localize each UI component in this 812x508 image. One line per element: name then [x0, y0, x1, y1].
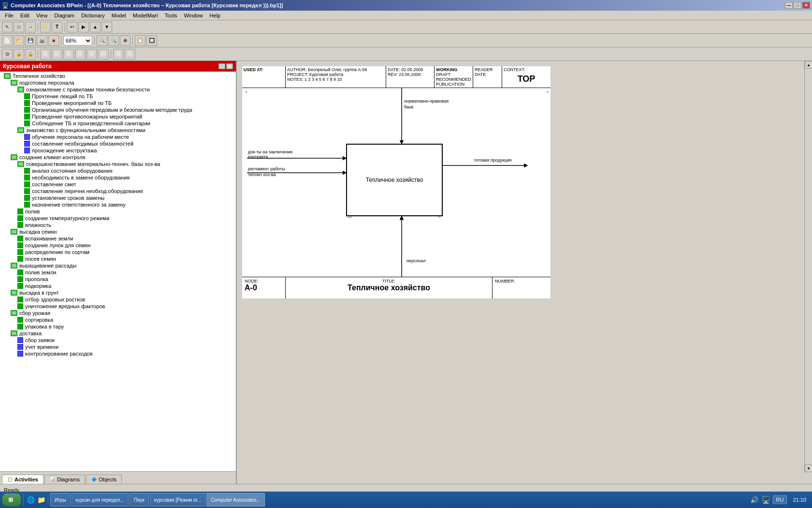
taskbar-btn-ca[interactable]: Computer Associates... [206, 493, 265, 507]
tool-box8[interactable]: ⬜ [125, 49, 135, 60]
tree-item-35[interactable]: уничтожение вредных факторов [1, 303, 235, 310]
tool-zoom-out[interactable]: 🔍 [108, 35, 119, 46]
tool-fit[interactable]: ⊕ [120, 35, 130, 46]
tree-item-38[interactable]: упаковка в тару [1, 323, 235, 330]
tree-item-10[interactable]: обучение персонала на рабочем месте [1, 134, 235, 140]
tool-copy[interactable]: 📋 [135, 35, 145, 46]
tree-item-5[interactable]: Проведение мероприятий по ТБ [1, 100, 235, 106]
tree-item-41[interactable]: учет времени [1, 344, 235, 350]
tool-down[interactable]: ▼ [102, 22, 112, 32]
tree-item-29[interactable]: выращивание рассады [1, 262, 235, 269]
tool-rect[interactable]: □ [14, 22, 24, 32]
tree-item-23[interactable]: влажность [1, 222, 235, 228]
tree-item-13[interactable]: создание климат-контроля [1, 154, 235, 161]
tool-new[interactable]: 📄 [2, 35, 13, 46]
tree-item-28[interactable]: посев семян [1, 255, 235, 262]
menu-edit[interactable]: Edit [17, 12, 32, 19]
tool-save[interactable]: 💾 [25, 35, 36, 46]
tree-item-31[interactable]: прополка [1, 276, 235, 283]
taskbar-btn-igry[interactable]: Игры [50, 493, 71, 507]
tool-lightning[interactable]: ⚡ [40, 22, 51, 32]
taskbar-btn-pauk[interactable]: Паук [130, 493, 149, 507]
tree-item-3[interactable]: ознакомление с правилами техники безопас… [1, 86, 235, 93]
tree-item-33[interactable]: высадка в грунт [1, 289, 235, 296]
tool-box6[interactable]: ⬜ [98, 49, 109, 60]
tree-item-24[interactable]: высадка семян [1, 228, 235, 235]
minimize-button[interactable]: — [785, 2, 793, 9]
menu-tools[interactable]: Tools [162, 12, 180, 19]
menu-diagram[interactable]: Diagram [51, 12, 77, 19]
start-button[interactable]: ⊞ [2, 493, 21, 507]
tool-box4[interactable]: ⬜ [75, 49, 86, 60]
tool-arrow[interactable]: ↖ [2, 22, 13, 32]
menu-dictionary[interactable]: Dictionary [78, 12, 108, 19]
panel-close[interactable]: ✕ [226, 63, 233, 69]
tree-item-37[interactable]: сортировка [1, 316, 235, 323]
tool-play[interactable]: ▶ [78, 22, 89, 32]
tool-color[interactable]: ■ [48, 35, 59, 46]
tree-item-1[interactable]: Тепличное хозяйство [1, 73, 235, 79]
tree-item-8[interactable]: Соблюдение ТБ и производственной санитар… [1, 120, 235, 127]
tree-item-17[interactable]: составление смет [1, 181, 235, 188]
taskbar-icon-monitor[interactable]: 🖥️ [761, 495, 771, 505]
tree-item-32[interactable]: подкормка [1, 283, 235, 289]
tree-item-25[interactable]: вспахивание земли [1, 235, 235, 242]
tool-frame[interactable]: 🔲 [146, 35, 157, 46]
tool-box3[interactable]: ⬜ [63, 49, 74, 60]
tool-lock2[interactable]: 🔒 [25, 49, 36, 60]
maximize-button[interactable]: □ [794, 2, 801, 9]
tree-item-30[interactable]: полив земли [1, 269, 235, 276]
tool-undo[interactable]: ↩ [67, 22, 77, 32]
tree-item-9[interactable]: знакомство с функциональными обязанностя… [1, 127, 235, 134]
tree-item-21[interactable]: полив [1, 208, 235, 215]
tree-item-11[interactable]: составление необходимых обязанностей [1, 140, 235, 147]
tree-item-27[interactable]: распределение по сортам [1, 249, 235, 255]
menu-window[interactable]: Window [181, 12, 205, 19]
tool-arrow2[interactable]: → [25, 22, 36, 32]
tool-text[interactable]: T [52, 22, 62, 32]
tab-objects[interactable]: 🔷 Objects [86, 475, 122, 484]
tree-item-36[interactable]: сбор урожая [1, 310, 235, 316]
tree-item-15[interactable]: анализ состояния оборудования [1, 167, 235, 174]
tool-circle[interactable]: ⊙ [2, 49, 13, 60]
tree-item-40[interactable]: сбор заявок [1, 337, 235, 344]
tree-item-18[interactable]: составление перечня необход.оборудования [1, 188, 235, 194]
tool-box7[interactable]: ⬜ [113, 49, 124, 60]
menu-file[interactable]: File [2, 12, 16, 19]
tree-item-39[interactable]: доставка [1, 330, 235, 337]
tool-box1[interactable]: ⬜ [40, 49, 51, 60]
tree-item-26[interactable]: создание лунок для семян [1, 242, 235, 249]
tab-activities[interactable]: 📋 Activities [2, 475, 44, 484]
tree-item-14[interactable]: совершенствование материально-технич. ба… [1, 161, 235, 167]
right-scrollbar[interactable]: ▲ ▼ [804, 61, 812, 472]
diagram-scroll[interactable]: USED AT: AUTHOR: Беспрелый Олег, группа … [237, 61, 812, 484]
tree-item-22[interactable]: создание температурного режима [1, 215, 235, 222]
taskbar-btn-kursovaya[interactable]: курсовая [Режим ог... [150, 493, 205, 507]
tree-item-4[interactable]: Прочтение лекций по ТБ [1, 93, 235, 100]
tool-box5[interactable]: ⬜ [87, 49, 97, 60]
tree-item-34[interactable]: отбор здоровых ростков [1, 296, 235, 303]
close-button[interactable]: ✕ [802, 2, 810, 9]
taskbar-icon-folder[interactable]: 📁 [36, 495, 46, 505]
tree-item-42[interactable]: контролирование расходов [1, 350, 235, 357]
tree-item-2[interactable]: подготовка персонала [1, 79, 235, 86]
menu-view[interactable]: View [33, 12, 51, 19]
tool-lock1[interactable]: 🔒 [14, 49, 24, 60]
tree-item-12[interactable]: прохождение инструктажа [1, 147, 235, 154]
taskbar-icon-sound[interactable]: 🔊 [750, 495, 759, 505]
taskbar-lang[interactable]: RU [773, 495, 787, 504]
menu-help[interactable]: Help [207, 12, 224, 19]
tree-item-16[interactable]: необходимость в замене оборудования [1, 174, 235, 181]
scroll-down-button[interactable]: ▼ [805, 464, 812, 472]
tool-up[interactable]: ▲ [90, 22, 101, 32]
scroll-up-button[interactable]: ▲ [805, 61, 812, 69]
menu-model[interactable]: Model [109, 12, 129, 19]
tool-box2[interactable]: ⬜ [52, 49, 62, 60]
tool-open[interactable]: 📂 [14, 35, 24, 46]
tree-item-7[interactable]: Проведение противопожарных мероприятий [1, 113, 235, 120]
tree-item-19[interactable]: установление сроков замены [1, 194, 235, 201]
tool-print[interactable]: 🖨️ [37, 35, 47, 46]
tab-diagrams[interactable]: 📊 Diagrams [44, 475, 85, 484]
tree-item-6[interactable]: Организация обучения передовым и безопас… [1, 106, 235, 113]
tree-item-20[interactable]: назначение ответственного за замену [1, 201, 235, 208]
